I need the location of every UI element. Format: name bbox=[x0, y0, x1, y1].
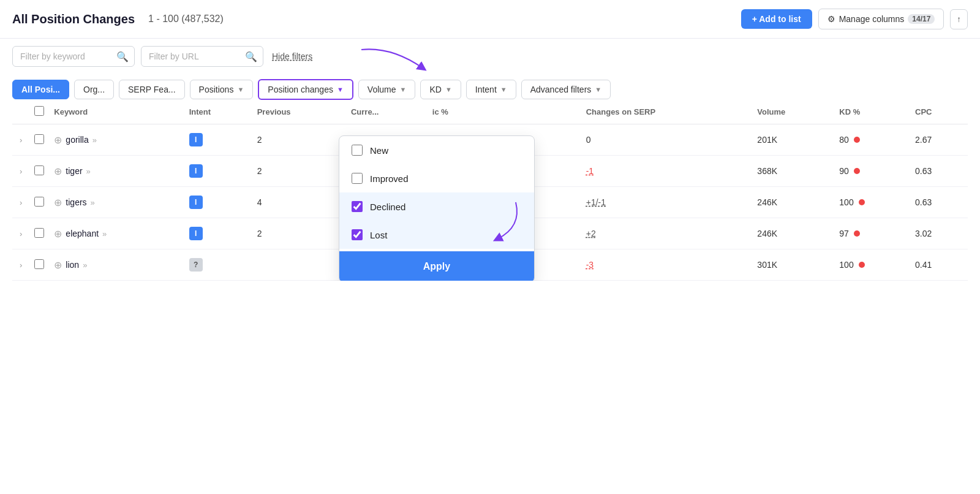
cpc-col-header: CPC bbox=[910, 100, 968, 124]
row-checkbox[interactable] bbox=[34, 134, 44, 144]
cpc-cell: 3.02 bbox=[910, 218, 968, 249]
kd-dot bbox=[854, 137, 860, 143]
cpc-cell: 0.63 bbox=[910, 187, 968, 218]
kd-cell: 90 bbox=[834, 156, 910, 187]
keyword-col-header: Keyword bbox=[49, 100, 184, 124]
tab-positions[interactable]: Positions ▼ bbox=[190, 80, 254, 99]
header-actions: + Add to list ⚙ Manage columns 14/17 ↑ bbox=[741, 9, 968, 29]
row-checkbox[interactable] bbox=[34, 197, 44, 207]
previous-cell: 2 bbox=[252, 124, 346, 156]
hide-filters-button[interactable]: Hide filters bbox=[272, 51, 312, 61]
apply-button[interactable]: Apply bbox=[339, 251, 534, 281]
keyword-text: tigers bbox=[66, 197, 86, 207]
chevron-down-icon-adv: ▼ bbox=[595, 86, 601, 93]
tab-serp-features[interactable]: SERP Fea... bbox=[119, 80, 185, 99]
table-header-row: Keyword Intent Previous Curre... ic % Ch… bbox=[12, 100, 968, 124]
traffic-change-col-header bbox=[500, 100, 581, 124]
tabs-row: All Posi... Org... SERP Fea... Positions… bbox=[0, 74, 980, 100]
dropdown-item-new[interactable]: New bbox=[339, 136, 534, 164]
kd-cell: 97 bbox=[834, 218, 910, 249]
page-header: All Position Changes 1 - 100 (487,532) +… bbox=[0, 0, 980, 39]
export-button[interactable]: ↑ bbox=[950, 9, 968, 29]
result-count: 1 - 100 (487,532) bbox=[148, 13, 224, 25]
changes-on-serp-cell: +1/-1 bbox=[581, 187, 753, 218]
filters-row: 🔍 🔍 Hide filters bbox=[0, 39, 980, 74]
keyword-add-icon: ⊕ bbox=[54, 259, 62, 271]
checkbox-new[interactable] bbox=[352, 145, 363, 156]
keyword-text: elephant bbox=[66, 229, 99, 238]
keyword-arrow-icon: » bbox=[91, 198, 95, 207]
cpc-cell: 0.41 bbox=[910, 249, 968, 281]
row-checkbox[interactable] bbox=[34, 165, 44, 175]
chevron-down-icon-kd: ▼ bbox=[445, 86, 452, 93]
keyword-cell: ⊕ tigers » bbox=[54, 197, 179, 208]
previous-cell: 2 bbox=[252, 218, 346, 249]
kd-dot bbox=[854, 230, 860, 237]
checkbox-declined[interactable] bbox=[352, 201, 363, 212]
tab-kd[interactable]: KD ▼ bbox=[420, 80, 461, 99]
keyword-add-icon: ⊕ bbox=[54, 197, 62, 208]
tab-volume[interactable]: Volume ▼ bbox=[358, 80, 416, 99]
manage-columns-button[interactable]: ⚙ Manage columns 14/17 bbox=[818, 9, 944, 29]
keyword-arrow-icon: » bbox=[86, 167, 91, 176]
tab-position-changes[interactable]: Position changes ▼ bbox=[258, 79, 353, 100]
volume-col-header: Volume bbox=[752, 100, 834, 124]
keyword-add-icon: ⊕ bbox=[54, 134, 62, 146]
tab-organic[interactable]: Org... bbox=[74, 80, 114, 99]
checkbox-improved[interactable] bbox=[352, 173, 363, 184]
keyword-arrow-icon: » bbox=[92, 135, 97, 145]
keyword-search-icon: 🔍 bbox=[116, 51, 129, 63]
changes-on-serp-cell: +2 bbox=[581, 218, 753, 249]
volume-cell: 246K bbox=[752, 187, 834, 218]
keyword-add-icon: ⊕ bbox=[54, 228, 62, 240]
keyword-text: tiger bbox=[66, 166, 82, 176]
checkbox-lost[interactable] bbox=[352, 229, 363, 240]
kd-col-header: KD % bbox=[834, 100, 910, 124]
chevron-down-icon-vol: ▼ bbox=[400, 86, 407, 93]
dropdown-item-declined[interactable]: Declined bbox=[339, 192, 534, 221]
keyword-add-icon: ⊕ bbox=[54, 165, 62, 177]
changes-on-serp-col-header: Changes on SERP bbox=[581, 100, 753, 124]
expand-button[interactable]: › bbox=[17, 134, 24, 146]
label-declined: Declined bbox=[370, 202, 405, 212]
changes-on-serp-cell: 0 bbox=[581, 124, 753, 156]
keyword-cell: ⊕ lion » bbox=[54, 259, 179, 271]
row-checkbox[interactable] bbox=[34, 228, 44, 238]
expand-button[interactable]: › bbox=[17, 197, 24, 208]
changes-on-serp-cell: -1 bbox=[581, 156, 753, 187]
expand-col-header bbox=[12, 100, 29, 124]
tab-intent[interactable]: Intent ▼ bbox=[466, 80, 516, 99]
kd-dot bbox=[859, 199, 865, 205]
chevron-down-icon-pc: ▼ bbox=[337, 86, 344, 93]
previous-cell: 4 bbox=[252, 187, 346, 218]
keyword-arrow-icon: » bbox=[83, 260, 87, 270]
add-to-list-button[interactable]: + Add to list bbox=[741, 9, 812, 29]
current-col-header: Curre... bbox=[346, 100, 428, 124]
intent-badge-unknown: ? bbox=[189, 258, 203, 272]
kd-cell: 80 bbox=[834, 124, 910, 156]
row-checkbox[interactable] bbox=[34, 259, 44, 269]
volume-cell: 246K bbox=[752, 218, 834, 249]
tab-advanced-filters[interactable]: Advanced filters ▼ bbox=[521, 80, 611, 99]
chevron-down-icon: ▼ bbox=[237, 86, 244, 93]
keyword-text: gorilla bbox=[66, 135, 88, 145]
position-changes-dropdown: New Improved Declined Lost Apply bbox=[339, 135, 535, 281]
expand-button[interactable]: › bbox=[17, 259, 24, 271]
manage-columns-label: Manage columns bbox=[839, 14, 905, 24]
previous-cell: 2 bbox=[252, 156, 346, 187]
intent-col-header: Intent bbox=[184, 100, 252, 124]
changes-on-serp-cell: -3 bbox=[581, 249, 753, 281]
columns-badge: 14/17 bbox=[908, 14, 935, 24]
expand-button[interactable]: › bbox=[17, 165, 24, 177]
kd-cell: 100 bbox=[834, 249, 910, 281]
label-lost: Lost bbox=[370, 230, 387, 240]
keyword-text: lion bbox=[66, 260, 79, 270]
volume-cell: 201K bbox=[752, 124, 834, 156]
select-all-checkbox[interactable] bbox=[34, 106, 44, 116]
tab-all-positions[interactable]: All Posi... bbox=[12, 80, 69, 99]
dropdown-item-lost[interactable]: Lost bbox=[339, 221, 534, 249]
dropdown-item-improved[interactable]: Improved bbox=[339, 164, 534, 192]
expand-button[interactable]: › bbox=[17, 228, 24, 240]
volume-cell: 368K bbox=[752, 156, 834, 187]
keyword-cell: ⊕ elephant » bbox=[54, 228, 179, 240]
